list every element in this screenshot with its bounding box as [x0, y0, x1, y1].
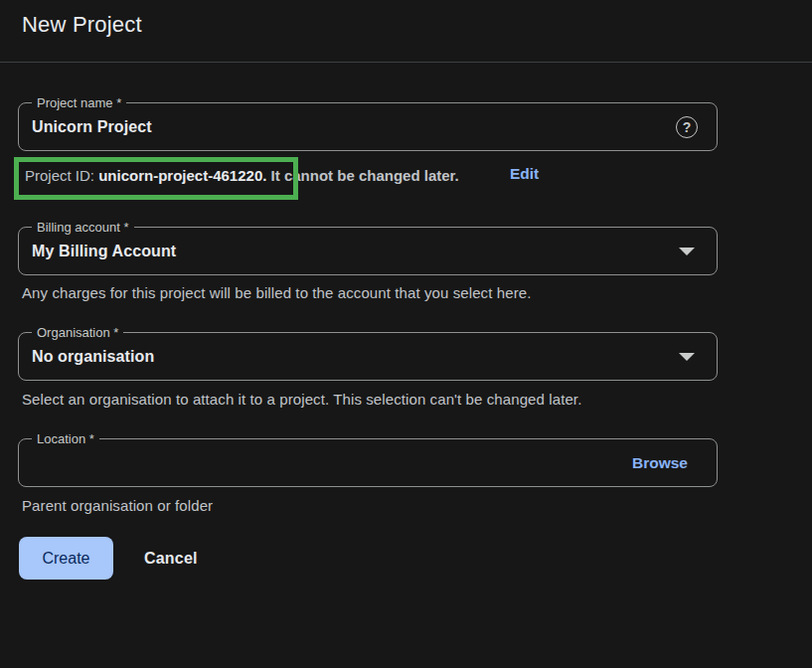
project-id-text: Project ID: unicorn-project-461220. It c…: [25, 166, 459, 185]
location-label: Location *: [32, 431, 99, 447]
dropdown-caret-icon[interactable]: [679, 248, 695, 255]
help-icon[interactable]: ?: [676, 116, 698, 138]
edit-project-id-link[interactable]: Edit: [510, 165, 539, 183]
organisation-value[interactable]: No organisation: [32, 333, 154, 380]
billing-account-value[interactable]: My Billing Account: [32, 228, 176, 274]
project-id-prefix: Project ID:: [25, 167, 98, 184]
page-title: New Project: [22, 12, 142, 38]
header-divider: [0, 62, 812, 63]
create-button[interactable]: Create: [19, 537, 113, 580]
billing-helper-text: Any charges for this project will be bil…: [22, 284, 531, 301]
organisation-helper-text: Select an organisation to attach it to a…: [22, 391, 581, 408]
new-project-page: New Project Project name * Unicorn Proje…: [0, 0, 812, 668]
dropdown-caret-icon[interactable]: [679, 353, 695, 361]
billing-account-select[interactable]: Billing account * My Billing Account: [18, 227, 718, 275]
browse-button[interactable]: Browse: [632, 439, 688, 486]
project-name-value[interactable]: Unicorn Project: [32, 103, 152, 150]
location-field[interactable]: Location * Browse: [18, 438, 718, 487]
project-id-note: It cannot be changed later.: [266, 167, 458, 184]
project-id-value: unicorn-project-461220.: [98, 167, 266, 184]
location-helper-text: Parent organisation or folder: [22, 497, 213, 514]
organisation-select[interactable]: Organisation * No organisation: [18, 332, 718, 381]
project-name-field[interactable]: Project name * Unicorn Project ?: [18, 102, 718, 151]
cancel-button[interactable]: Cancel: [132, 537, 210, 580]
